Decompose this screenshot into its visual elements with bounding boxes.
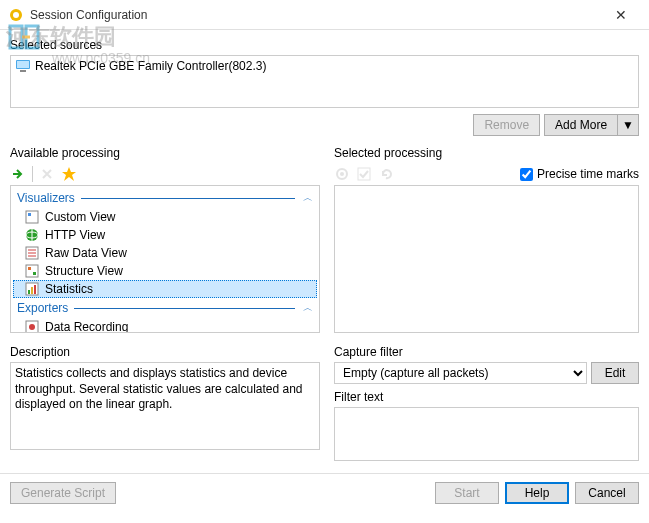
add-more-dropdown-icon[interactable]: ▼ bbox=[617, 114, 639, 136]
app-icon bbox=[8, 7, 24, 23]
available-toolbar bbox=[10, 163, 320, 185]
globe-icon bbox=[25, 228, 41, 242]
remove-button[interactable]: Remove bbox=[473, 114, 540, 136]
stats-icon bbox=[25, 282, 41, 296]
tree-item-statistics[interactable]: Statistics bbox=[13, 280, 317, 298]
window-title: Session Configuration bbox=[30, 8, 601, 22]
gear-icon bbox=[334, 166, 350, 182]
svg-point-18 bbox=[29, 324, 35, 330]
source-item-label: Realtek PCIe GBE Family Controller(802.3… bbox=[35, 59, 266, 73]
svg-rect-12 bbox=[33, 272, 36, 275]
undo-icon bbox=[378, 166, 394, 182]
tree-item-label: Custom View bbox=[45, 210, 115, 224]
capture-filter-select[interactable]: Empty (capture all packets) bbox=[334, 362, 587, 384]
svg-rect-14 bbox=[28, 290, 30, 294]
toolbar-separator bbox=[32, 166, 33, 182]
start-button[interactable]: Start bbox=[435, 482, 499, 504]
generate-script-button[interactable]: Generate Script bbox=[10, 482, 116, 504]
precise-time-label: Precise time marks bbox=[537, 167, 639, 181]
structure-icon bbox=[25, 264, 41, 278]
svg-rect-16 bbox=[34, 285, 36, 294]
tree-group-label: Exporters bbox=[17, 301, 68, 315]
description-label: Description bbox=[10, 345, 320, 359]
tree-item-label: Raw Data View bbox=[45, 246, 127, 260]
record-icon bbox=[25, 320, 41, 333]
titlebar: Session Configuration ✕ bbox=[0, 0, 649, 30]
chevron-up-icon[interactable]: ︿ bbox=[303, 301, 313, 315]
tree-item-label: Statistics bbox=[45, 282, 93, 296]
available-tree[interactable]: Visualizers ︿ Custom View HTTP View Raw … bbox=[10, 185, 320, 333]
tree-item-structure-view[interactable]: Structure View bbox=[13, 262, 317, 280]
bottom-bar: Generate Script Start Help Cancel bbox=[0, 473, 649, 512]
tree-group-exporters[interactable]: Exporters ︿ bbox=[13, 298, 317, 318]
tree-item-label: HTTP View bbox=[45, 228, 105, 242]
tree-item-http-view[interactable]: HTTP View bbox=[13, 226, 317, 244]
sources-list: Realtek PCIe GBE Family Controller(802.3… bbox=[10, 55, 639, 108]
tree-item-raw-data-view[interactable]: Raw Data View bbox=[13, 244, 317, 262]
filter-text-box bbox=[334, 407, 639, 461]
chevron-up-icon[interactable]: ︿ bbox=[303, 191, 313, 205]
description-text: Statistics collects and displays statist… bbox=[10, 362, 320, 450]
sources-label: Selected sources bbox=[10, 38, 639, 52]
svg-rect-6 bbox=[28, 213, 31, 216]
add-icon[interactable] bbox=[10, 166, 26, 182]
cancel-button[interactable]: Cancel bbox=[575, 482, 639, 504]
tree-item-label: Data Recording bbox=[45, 320, 128, 333]
favorite-icon[interactable] bbox=[61, 166, 77, 182]
tree-item-label: Structure View bbox=[45, 264, 123, 278]
source-item[interactable]: Realtek PCIe GBE Family Controller(802.3… bbox=[13, 58, 636, 74]
svg-rect-5 bbox=[26, 211, 38, 223]
checkbox-icon bbox=[356, 166, 372, 182]
add-more-label[interactable]: Add More bbox=[544, 114, 618, 136]
tree-group-visualizers[interactable]: Visualizers ︿ bbox=[13, 188, 317, 208]
help-button[interactable]: Help bbox=[505, 482, 569, 504]
edit-button[interactable]: Edit bbox=[591, 362, 639, 384]
svg-rect-11 bbox=[28, 267, 31, 270]
svg-rect-4 bbox=[20, 70, 26, 72]
raw-icon bbox=[25, 246, 41, 260]
svg-rect-3 bbox=[17, 61, 29, 68]
page-icon bbox=[25, 210, 41, 224]
tree-group-label: Visualizers bbox=[17, 191, 75, 205]
svg-rect-21 bbox=[358, 168, 370, 180]
selected-list[interactable] bbox=[334, 185, 639, 333]
close-button[interactable]: ✕ bbox=[601, 7, 641, 23]
tree-item-data-recording[interactable]: Data Recording bbox=[13, 318, 317, 333]
svg-point-1 bbox=[13, 12, 19, 18]
delete-icon bbox=[39, 166, 55, 182]
capture-filter-label: Capture filter bbox=[334, 345, 639, 359]
selected-label: Selected processing bbox=[334, 146, 639, 160]
precise-time-checkbox[interactable] bbox=[520, 168, 533, 181]
selected-toolbar bbox=[334, 163, 394, 185]
monitor-icon bbox=[15, 59, 31, 73]
svg-rect-10 bbox=[26, 265, 38, 277]
filter-text-label: Filter text bbox=[334, 390, 639, 404]
svg-rect-15 bbox=[31, 287, 33, 294]
svg-point-20 bbox=[340, 172, 344, 176]
tree-item-custom-view[interactable]: Custom View bbox=[13, 208, 317, 226]
add-more-button[interactable]: Add More ▼ bbox=[544, 114, 639, 136]
available-label: Available processing bbox=[10, 146, 320, 160]
